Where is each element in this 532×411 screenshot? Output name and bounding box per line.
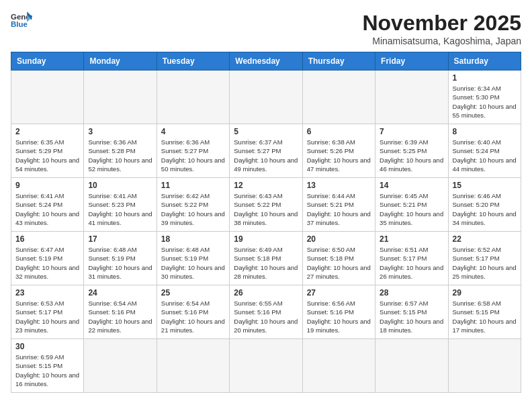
day-info: Sunrise: 6:44 AM Sunset: 5:21 PM Dayligh… <box>307 191 371 227</box>
day-number: 15 <box>453 181 517 190</box>
day-info: Sunrise: 6:48 AM Sunset: 5:19 PM Dayligh… <box>88 245 152 281</box>
day-number: 27 <box>307 288 371 298</box>
day-number: 5 <box>234 127 298 136</box>
calendar-cell: 19Sunrise: 6:49 AM Sunset: 5:18 PM Dayli… <box>230 232 302 285</box>
day-number: 10 <box>88 181 152 190</box>
title-block: November 2025 Minamisatsuma, Kagoshima, … <box>362 11 521 46</box>
day-number: 3 <box>88 127 152 136</box>
calendar-cell <box>157 339 229 393</box>
day-number: 11 <box>161 181 225 190</box>
logo-icon: General Blue <box>11 11 32 30</box>
day-number: 9 <box>15 181 79 190</box>
weekday-header: Monday <box>84 52 157 71</box>
day-number: 20 <box>307 234 371 244</box>
calendar-cell <box>302 71 375 124</box>
calendar-cell: 10Sunrise: 6:41 AM Sunset: 5:23 PM Dayli… <box>84 178 157 232</box>
calendar-cell <box>84 339 157 393</box>
calendar-week-row: 30Sunrise: 6:59 AM Sunset: 5:15 PM Dayli… <box>11 339 521 393</box>
weekday-header: Sunday <box>11 52 84 71</box>
calendar-cell: 16Sunrise: 6:47 AM Sunset: 5:19 PM Dayli… <box>11 232 84 285</box>
calendar-cell: 2Sunrise: 6:35 AM Sunset: 5:29 PM Daylig… <box>11 124 84 178</box>
day-number: 2 <box>15 127 79 136</box>
calendar-cell: 4Sunrise: 6:36 AM Sunset: 5:27 PM Daylig… <box>157 124 229 178</box>
day-info: Sunrise: 6:43 AM Sunset: 5:22 PM Dayligh… <box>234 191 298 227</box>
day-info: Sunrise: 6:55 AM Sunset: 5:16 PM Dayligh… <box>234 299 298 334</box>
month-title: November 2025 <box>362 11 521 36</box>
calendar-cell: 3Sunrise: 6:36 AM Sunset: 5:28 PM Daylig… <box>84 124 157 178</box>
calendar-cell: 23Sunrise: 6:53 AM Sunset: 5:17 PM Dayli… <box>11 285 84 339</box>
day-info: Sunrise: 6:41 AM Sunset: 5:24 PM Dayligh… <box>15 191 79 227</box>
calendar-cell <box>302 339 375 393</box>
day-number: 24 <box>88 288 152 298</box>
day-number: 28 <box>380 288 443 298</box>
day-info: Sunrise: 6:45 AM Sunset: 5:21 PM Dayligh… <box>380 191 443 227</box>
day-info: Sunrise: 6:49 AM Sunset: 5:18 PM Dayligh… <box>234 245 298 281</box>
calendar-cell: 14Sunrise: 6:45 AM Sunset: 5:21 PM Dayli… <box>375 178 448 232</box>
header: General Blue November 2025 Minamisatsuma… <box>11 11 521 46</box>
day-number: 4 <box>161 127 225 136</box>
weekday-header: Tuesday <box>157 52 229 71</box>
calendar-cell: 27Sunrise: 6:56 AM Sunset: 5:16 PM Dayli… <box>302 285 375 339</box>
calendar-cell: 6Sunrise: 6:38 AM Sunset: 5:26 PM Daylig… <box>302 124 375 178</box>
day-info: Sunrise: 6:56 AM Sunset: 5:16 PM Dayligh… <box>307 299 371 334</box>
calendar-week-row: 2Sunrise: 6:35 AM Sunset: 5:29 PM Daylig… <box>11 124 521 178</box>
day-number: 12 <box>234 181 298 190</box>
day-info: Sunrise: 6:47 AM Sunset: 5:19 PM Dayligh… <box>15 245 79 281</box>
day-info: Sunrise: 6:53 AM Sunset: 5:17 PM Dayligh… <box>15 299 79 334</box>
day-number: 6 <box>307 127 371 136</box>
calendar-cell <box>230 339 302 393</box>
day-number: 30 <box>15 342 79 351</box>
calendar-cell: 26Sunrise: 6:55 AM Sunset: 5:16 PM Dayli… <box>230 285 302 339</box>
day-info: Sunrise: 6:46 AM Sunset: 5:20 PM Dayligh… <box>453 191 517 227</box>
day-info: Sunrise: 6:37 AM Sunset: 5:27 PM Dayligh… <box>234 138 298 173</box>
day-number: 21 <box>380 234 443 244</box>
calendar-cell: 1Sunrise: 6:34 AM Sunset: 5:30 PM Daylig… <box>448 71 521 124</box>
day-number: 7 <box>380 127 443 136</box>
calendar-cell: 5Sunrise: 6:37 AM Sunset: 5:27 PM Daylig… <box>230 124 302 178</box>
day-number: 8 <box>453 127 517 136</box>
day-number: 26 <box>234 288 298 298</box>
calendar-week-row: 23Sunrise: 6:53 AM Sunset: 5:17 PM Dayli… <box>11 285 521 339</box>
day-info: Sunrise: 6:39 AM Sunset: 5:25 PM Dayligh… <box>380 138 443 173</box>
calendar-week-row: 1Sunrise: 6:34 AM Sunset: 5:30 PM Daylig… <box>11 71 521 124</box>
day-info: Sunrise: 6:34 AM Sunset: 5:30 PM Dayligh… <box>453 84 517 120</box>
svg-text:Blue: Blue <box>11 20 28 28</box>
day-number: 17 <box>88 234 152 244</box>
weekday-header: Saturday <box>448 52 521 71</box>
calendar-cell: 9Sunrise: 6:41 AM Sunset: 5:24 PM Daylig… <box>11 178 84 232</box>
day-info: Sunrise: 6:52 AM Sunset: 5:17 PM Dayligh… <box>453 245 517 281</box>
day-number: 13 <box>307 181 371 190</box>
calendar-cell: 20Sunrise: 6:50 AM Sunset: 5:18 PM Dayli… <box>302 232 375 285</box>
calendar-cell: 24Sunrise: 6:54 AM Sunset: 5:16 PM Dayli… <box>84 285 157 339</box>
day-info: Sunrise: 6:59 AM Sunset: 5:15 PM Dayligh… <box>15 353 79 388</box>
day-info: Sunrise: 6:35 AM Sunset: 5:29 PM Dayligh… <box>15 138 79 173</box>
calendar-cell: 7Sunrise: 6:39 AM Sunset: 5:25 PM Daylig… <box>375 124 448 178</box>
weekday-header: Thursday <box>302 52 375 71</box>
day-info: Sunrise: 6:54 AM Sunset: 5:16 PM Dayligh… <box>161 299 225 334</box>
calendar-cell <box>230 71 302 124</box>
day-info: Sunrise: 6:38 AM Sunset: 5:26 PM Dayligh… <box>307 138 371 173</box>
day-number: 16 <box>15 234 79 244</box>
day-info: Sunrise: 6:42 AM Sunset: 5:22 PM Dayligh… <box>161 191 225 227</box>
calendar-cell <box>448 339 521 393</box>
calendar-cell <box>157 71 229 124</box>
day-number: 18 <box>161 234 225 244</box>
day-info: Sunrise: 6:48 AM Sunset: 5:19 PM Dayligh… <box>161 245 225 281</box>
day-info: Sunrise: 6:50 AM Sunset: 5:18 PM Dayligh… <box>307 245 371 281</box>
calendar-cell <box>11 71 84 124</box>
calendar-cell <box>375 71 448 124</box>
calendar-table: SundayMondayTuesdayWednesdayThursdayFrid… <box>11 52 521 393</box>
logo: General Blue <box>11 11 32 30</box>
calendar-cell <box>375 339 448 393</box>
calendar-cell: 22Sunrise: 6:52 AM Sunset: 5:17 PM Dayli… <box>448 232 521 285</box>
calendar-cell <box>84 71 157 124</box>
weekday-header: Friday <box>375 52 448 71</box>
day-info: Sunrise: 6:41 AM Sunset: 5:23 PM Dayligh… <box>88 191 152 227</box>
day-number: 14 <box>380 181 443 190</box>
weekday-header-row: SundayMondayTuesdayWednesdayThursdayFrid… <box>11 52 521 71</box>
calendar-cell: 18Sunrise: 6:48 AM Sunset: 5:19 PM Dayli… <box>157 232 229 285</box>
day-info: Sunrise: 6:57 AM Sunset: 5:15 PM Dayligh… <box>380 299 443 334</box>
day-info: Sunrise: 6:58 AM Sunset: 5:15 PM Dayligh… <box>453 299 517 334</box>
day-number: 1 <box>453 73 517 83</box>
calendar-cell: 28Sunrise: 6:57 AM Sunset: 5:15 PM Dayli… <box>375 285 448 339</box>
